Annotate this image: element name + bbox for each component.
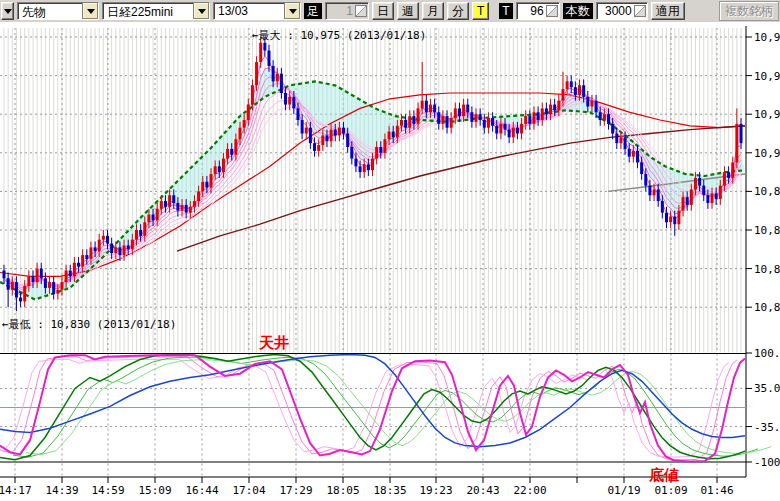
apply-button[interactable]: 適用	[651, 2, 685, 20]
candle-body	[450, 118, 453, 128]
candle-body	[276, 74, 279, 82]
candle-body	[479, 114, 482, 120]
contract-combo[interactable]: 13/03	[213, 2, 301, 20]
candle-body	[69, 271, 72, 277]
candle-body	[673, 216, 676, 224]
candle-body	[234, 139, 237, 154]
candle-body	[127, 245, 130, 249]
candle-body	[682, 197, 685, 211]
oscillator-axis-label: -35.00	[754, 421, 780, 434]
candle-body	[429, 105, 432, 113]
price-axis-label: 10,855	[754, 263, 780, 276]
candle-body	[139, 230, 142, 236]
time-axis-label: 16:44	[185, 484, 218, 497]
candle-body	[669, 216, 672, 222]
time-axis-label: 01/19	[607, 484, 640, 497]
candle-body	[723, 172, 726, 186]
candle-body	[280, 74, 283, 93]
candle-body	[611, 124, 614, 134]
candle-body	[44, 278, 47, 288]
period-day-button[interactable]: 日	[372, 2, 394, 20]
period-month-button[interactable]: 月	[422, 2, 444, 20]
chart-canvas[interactable]: 10,97510,95510,93510,91510,89510,87510,8…	[0, 22, 780, 501]
multi-symbol-button[interactable]: 複数銘柄	[719, 1, 779, 21]
candle-body	[702, 186, 705, 196]
tick-count-stepper[interactable]: 96	[516, 2, 560, 20]
candle-body	[727, 172, 730, 178]
candle-body	[152, 215, 155, 221]
candle-body	[590, 101, 593, 107]
candle-body	[578, 85, 581, 95]
candle-body	[520, 124, 523, 134]
candle-body	[404, 120, 407, 128]
chevron-down-icon[interactable]	[284, 3, 300, 19]
candle-body	[619, 137, 622, 143]
candle-body	[628, 149, 631, 157]
candle-body	[512, 128, 515, 138]
candle-body	[164, 201, 167, 207]
candle-body	[711, 193, 714, 203]
candle-body	[40, 269, 43, 279]
chart-app-window: 先物 日経225mini 13/03 足 1 日 週 月 分 T T 96 本数…	[0, 0, 780, 501]
chevron-down-icon[interactable]	[193, 3, 209, 19]
spinner-icon[interactable]	[634, 5, 646, 17]
candle-body	[210, 174, 213, 188]
candle-body	[388, 132, 391, 140]
candle-body	[118, 247, 121, 255]
time-axis-label: 18:05	[326, 484, 359, 497]
chart-area[interactable]: 10,97510,95510,93510,91510,89510,87510,8…	[0, 22, 780, 501]
chevron-down-icon	[4, 9, 12, 14]
minute-stepper[interactable]: 1	[325, 2, 369, 20]
max-price-annotation: ←最大 : 10,975 (2013/01/18)	[252, 29, 426, 42]
candle-body	[110, 244, 113, 254]
candle-body	[706, 195, 709, 203]
candle-body	[259, 43, 262, 62]
tick-mode-button[interactable]: T	[472, 2, 489, 20]
candle-body	[201, 182, 204, 192]
candle-body	[19, 298, 22, 302]
symbol-combo[interactable]: 日経225mini	[102, 2, 210, 20]
candle-body	[599, 112, 602, 120]
candle-body	[123, 245, 126, 255]
candle-body	[363, 164, 366, 172]
candle-body	[516, 128, 519, 134]
candle-body	[740, 124, 743, 143]
chevron-down-icon[interactable]	[82, 3, 98, 19]
candle-body	[338, 128, 341, 136]
period-week-button[interactable]: 週	[397, 2, 419, 20]
tick-count-value: 96	[520, 4, 546, 18]
time-axis-label: 01:46	[700, 484, 733, 497]
candle-body	[549, 105, 552, 115]
bar-count-stepper[interactable]: 3000	[596, 2, 648, 20]
spinner-icon[interactable]	[546, 5, 558, 17]
candle-body	[168, 195, 171, 207]
candle-body	[566, 81, 569, 89]
candle-body	[392, 132, 395, 138]
time-axis-label: 01:09	[654, 484, 687, 497]
candle-body	[214, 166, 217, 174]
candle-body	[508, 130, 511, 138]
candle-body	[31, 276, 34, 282]
candle-body	[735, 124, 738, 163]
combo-arrow-partial[interactable]	[1, 2, 14, 20]
spinner-icon[interactable]	[355, 5, 367, 17]
candle-body	[330, 130, 333, 142]
candle-body	[553, 105, 556, 111]
price-axis-label: 10,955	[754, 70, 780, 83]
candle-body	[483, 120, 486, 128]
candle-body	[665, 213, 668, 223]
period-minute-button[interactable]: 分	[447, 2, 469, 20]
candle-body	[205, 182, 208, 188]
candle-body	[89, 247, 92, 259]
rci-long-blue	[0, 355, 745, 447]
candle-body	[396, 126, 399, 138]
category-combo[interactable]: 先物	[17, 2, 99, 20]
candle-body	[504, 124, 507, 130]
time-axis-label: 20:43	[466, 484, 499, 497]
candle-body	[690, 189, 693, 204]
candle-body	[160, 201, 163, 209]
candle-body	[532, 112, 535, 124]
candle-body	[462, 105, 465, 117]
candle-body	[624, 137, 627, 149]
category-value: 先物	[18, 3, 82, 19]
